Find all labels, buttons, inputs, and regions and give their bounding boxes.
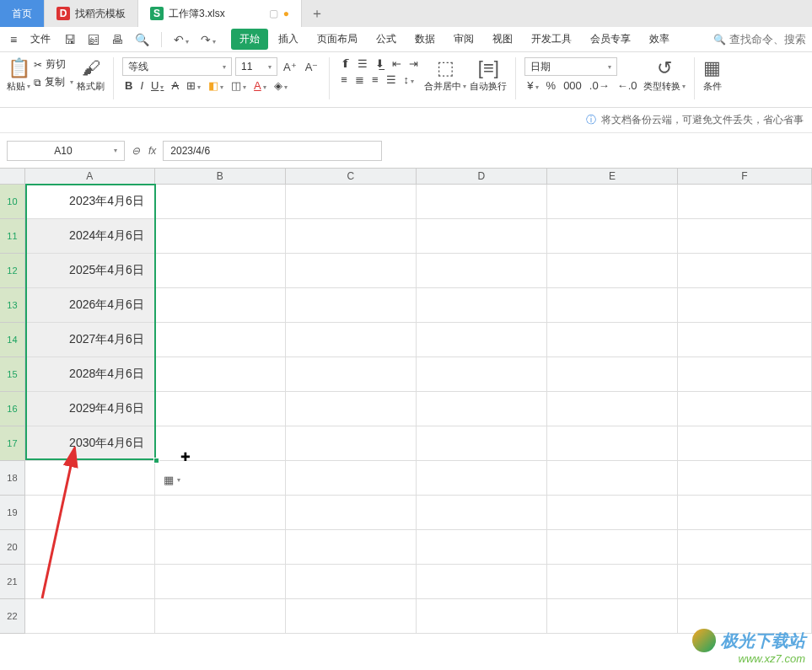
row-header[interactable]: 22: [0, 599, 25, 634]
cell[interactable]: [25, 530, 155, 565]
indent-decrease-icon[interactable]: ⇤: [390, 57, 404, 70]
name-box[interactable]: A10 ▾: [7, 141, 125, 161]
cell[interactable]: [155, 357, 286, 392]
spreadsheet-grid[interactable]: A B C D E F 102023年4月6日112024年4月6日122025…: [0, 169, 812, 634]
cell[interactable]: [417, 461, 547, 496]
cell[interactable]: 2026年4月6日: [25, 288, 155, 323]
ribbon-tab-view[interactable]: 视图: [484, 29, 521, 50]
conditional-format-button[interactable]: ▦ 条件: [703, 57, 722, 93]
cell[interactable]: [417, 219, 547, 254]
cell[interactable]: [547, 392, 678, 426]
fill-handle[interactable]: [153, 458, 159, 464]
font-name-select[interactable]: 等线▾: [122, 57, 232, 76]
cell[interactable]: [678, 254, 812, 288]
cell[interactable]: [417, 323, 547, 357]
ribbon-tab-dev[interactable]: 开发工具: [523, 29, 580, 50]
cell[interactable]: [547, 254, 678, 288]
grid-body[interactable]: 102023年4月6日112024年4月6日122025年4月6日132026年…: [0, 185, 812, 634]
cell[interactable]: [286, 219, 417, 254]
cell[interactable]: [25, 461, 155, 496]
currency-icon[interactable]: ¥▾: [524, 79, 540, 92]
cell[interactable]: [155, 392, 286, 426]
cloud-backup-banner[interactable]: ⓘ 将文档备份云端，可避免文件丢失，省心省事: [0, 108, 812, 133]
row-header[interactable]: 10: [0, 185, 25, 219]
cell[interactable]: [678, 426, 812, 461]
cell[interactable]: [417, 288, 547, 323]
cell[interactable]: [25, 565, 155, 599]
phonetic-button[interactable]: ◈▾: [272, 79, 290, 92]
row-header[interactable]: 14: [0, 323, 25, 357]
row-header[interactable]: 20: [0, 530, 25, 565]
autofill-options-button[interactable]: ▦▾: [164, 474, 180, 486]
col-header-B[interactable]: B: [155, 169, 286, 184]
table-row[interactable]: 122025年4月6日: [0, 254, 812, 288]
select-all-corner[interactable]: [0, 169, 25, 184]
formula-input[interactable]: 2023/4/6: [163, 141, 382, 161]
tab-workbook[interactable]: S 工作簿3.xlsx ▢ ●: [138, 0, 302, 27]
tab-home[interactable]: 首页: [0, 0, 45, 27]
table-row[interactable]: 18: [0, 461, 812, 496]
cell[interactable]: [678, 323, 812, 357]
number-format-select[interactable]: 日期▾: [524, 57, 617, 76]
cell[interactable]: [547, 323, 678, 357]
increase-font-icon[interactable]: A⁺: [281, 61, 299, 73]
cell[interactable]: [678, 461, 812, 496]
decrease-decimal-icon[interactable]: ←.0: [615, 79, 640, 92]
format-painter-button[interactable]: 🖌 格式刷: [77, 57, 105, 93]
cell[interactable]: [155, 219, 286, 254]
thousands-icon[interactable]: 000: [561, 79, 584, 92]
cancel-formula-icon[interactable]: ⊖: [132, 145, 140, 157]
row-header[interactable]: 11: [0, 219, 25, 254]
cell[interactable]: [547, 496, 678, 530]
table-row[interactable]: 172030年4月6日: [0, 426, 812, 461]
command-search[interactable]: 🔍: [713, 33, 805, 46]
align-top-icon[interactable]: ⬆̄: [338, 57, 352, 70]
table-row[interactable]: 132026年4月6日: [0, 288, 812, 323]
cell[interactable]: [678, 185, 812, 219]
row-header[interactable]: 21: [0, 565, 25, 599]
cell[interactable]: [417, 599, 547, 634]
cell[interactable]: [547, 530, 678, 565]
align-right-icon[interactable]: ≡: [369, 73, 381, 86]
col-header-D[interactable]: D: [417, 169, 547, 184]
command-search-input[interactable]: [729, 33, 805, 46]
cell[interactable]: [155, 565, 286, 599]
cell[interactable]: [155, 323, 286, 357]
table-row[interactable]: 152028年4月6日: [0, 357, 812, 392]
cell[interactable]: [286, 185, 417, 219]
ribbon-tab-efficiency[interactable]: 效率: [641, 29, 678, 50]
print-icon[interactable]: 🖶: [108, 33, 126, 46]
type-convert-button[interactable]: ↺ 类型转换▾: [643, 57, 686, 93]
row-header[interactable]: 15: [0, 357, 25, 392]
ribbon-tab-start[interactable]: 开始: [231, 29, 268, 50]
cell[interactable]: [547, 288, 678, 323]
border-button[interactable]: ⊞▾: [184, 79, 203, 92]
cell[interactable]: 2027年4月6日: [25, 323, 155, 357]
table-row[interactable]: 21: [0, 565, 812, 599]
col-header-F[interactable]: F: [678, 169, 812, 184]
table-row[interactable]: 112024年4月6日: [0, 219, 812, 254]
fill-color-button[interactable]: ◧▾: [206, 79, 226, 92]
cell[interactable]: [678, 288, 812, 323]
ribbon-tab-formula[interactable]: 公式: [368, 29, 405, 50]
cut-button[interactable]: ✂剪切: [34, 57, 73, 72]
cell[interactable]: 2028年4月6日: [25, 357, 155, 392]
justify-icon[interactable]: ☰: [384, 73, 399, 86]
cell[interactable]: [547, 357, 678, 392]
cell[interactable]: [25, 496, 155, 530]
orientation-icon[interactable]: ↕▾: [401, 73, 417, 86]
cell[interactable]: [417, 185, 547, 219]
table-row[interactable]: 102023年4月6日: [0, 185, 812, 219]
table-row[interactable]: 142027年4月6日: [0, 323, 812, 357]
row-header[interactable]: 13: [0, 288, 25, 323]
cell[interactable]: [417, 357, 547, 392]
indent-increase-icon[interactable]: ⇥: [406, 57, 421, 70]
strike-button[interactable]: A: [169, 79, 181, 92]
cell[interactable]: [286, 565, 417, 599]
hamburger-icon[interactable]: ≡: [7, 33, 20, 46]
ribbon-tab-data[interactable]: 数据: [406, 29, 444, 50]
cell[interactable]: [155, 530, 286, 565]
cell[interactable]: [417, 254, 547, 288]
wrap-text-button[interactable]: [≡] 自动换行: [470, 57, 507, 93]
ribbon-tab-vip[interactable]: 会员专享: [582, 29, 639, 50]
